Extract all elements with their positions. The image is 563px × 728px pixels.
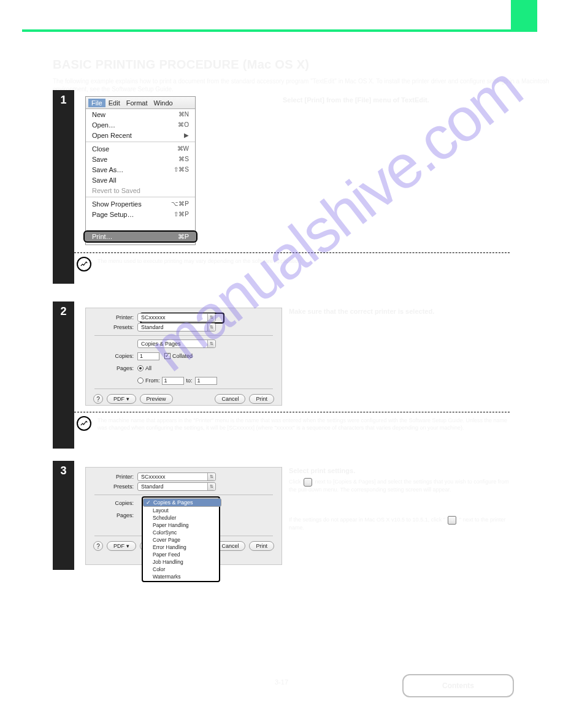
stepper-icon: ⇅ [304,478,312,487]
dropdown-item[interactable]: Color [143,566,219,573]
step-number-2: 2 [53,301,74,449]
presets-select[interactable]: Standard⇅ [137,482,216,491]
preview-button[interactable]: Preview [140,394,173,404]
dialog-separator [94,335,273,336]
printer-label: Printer: [86,474,137,480]
menubar-format[interactable]: Format [123,99,151,107]
section-select[interactable]: Copies & Pages⇅ [137,339,216,348]
file-menu-screenshot: File Edit Format Windo New⌘N Open…⌘O Ope… [85,96,196,245]
menu-save[interactable]: Save⌘S [86,154,195,164]
step2-title: Make sure that the correct printer is se… [289,308,510,315]
menubar-window[interactable]: Windo [151,99,176,107]
contents-label: Contents [442,681,474,690]
step3-desc: Click ⇅ next to [Copies & Pages] and sel… [289,478,510,494]
pages-from-input[interactable]: 1 [162,377,184,385]
dashed-separator [74,252,510,253]
collated-checkbox[interactable] [164,353,170,359]
contents-button[interactable]: Contents [402,674,514,697]
dialog-separator [94,389,273,389]
dropdown-item[interactable]: Layout [143,507,219,514]
stepper-icon: ⇅ [207,324,215,331]
presets-label: Presets: [86,324,137,330]
dashed-separator [74,412,510,412]
dropdown-item[interactable]: ColorSync [143,529,219,536]
menubar-edit[interactable]: Edit [105,99,123,107]
stepper-icon: ⇅ [207,314,215,321]
presets-select[interactable]: Standard⇅ [137,323,216,332]
header-bar: PRINTER [22,0,537,32]
pages-from-radio[interactable] [137,377,144,384]
dropdown-item[interactable]: Copies & Pages [143,498,221,507]
chevron-down-icon: ▾ [448,516,456,525]
help-button[interactable]: ? [93,394,103,404]
pages-to-input[interactable]: 1 [195,377,217,385]
menu-save-as[interactable]: Save As…⇧⌘S [86,164,195,175]
help-button[interactable]: ? [93,541,103,551]
header-underline [22,29,537,32]
printer-select[interactable]: SCxxxxxx⇅ [137,472,216,481]
menu-page-setup[interactable]: Page Setup…⇧⌘P [86,209,195,219]
print-dialog: Printer: SCxxxxxx⇅ Presets: Standard⇅ Co… [85,308,282,406]
pdf-button[interactable]: PDF ▾ [107,541,136,551]
step1-note: The menu used to execute printing may va… [98,258,510,265]
cancel-button[interactable]: Cancel [215,394,245,404]
step-number-1: 1 [53,90,74,284]
menubar-file[interactable]: File [88,99,105,107]
print-button[interactable]: Print [249,541,274,551]
pages-label: Pages: [86,365,137,371]
dropdown-item[interactable]: Scheduler [143,514,219,521]
menu-open[interactable]: Open…⌘O [86,119,195,130]
stepper-icon: ⇅ [207,483,215,490]
pdf-button[interactable]: PDF ▾ [107,394,136,404]
printer-label: Printer: [86,314,137,320]
dropdown-item[interactable]: Error Handling [143,544,219,551]
copies-label: Copies: [86,353,137,359]
pages-label: Pages: [86,512,137,518]
dropdown-item[interactable]: Watermarks [143,573,219,580]
note-icon [77,257,91,271]
section-dropdown[interactable]: Copies & Pages Layout Scheduler Paper Ha… [142,496,220,582]
menu-close[interactable]: Close⌘W [86,143,195,154]
pages-to-label: to: [186,377,193,384]
menu-show-properties[interactable]: Show Properties⌥⌘P [86,199,195,209]
pages-all-radio[interactable] [137,365,144,371]
copies-label: Copies: [86,500,137,506]
printer-select[interactable]: SCxxxxxx⇅ [137,313,216,322]
menu-print[interactable]: Print…⌘P [83,230,197,243]
note-icon [77,416,91,431]
dialog-separator [94,495,273,495]
pages-from-label: From: [145,377,160,384]
menu-new[interactable]: New⌘N [86,109,195,119]
step3-title: Select print settings. [289,467,510,474]
menu-revert: Revert to Saved [86,185,195,195]
dropdown-item[interactable]: Job Handling [143,558,219,566]
copies-input[interactable]: 1 [137,352,159,360]
presets-label: Presets: [86,483,137,490]
header-title: PRINTER [70,11,99,18]
page-heading: BASIC PRINTING PROCEDURE (Mac OS X) [53,58,309,72]
menu-separator [86,197,195,197]
step2-note: The machine name that appears in the "Pr… [98,417,510,431]
menubar: File Edit Format Windo [86,97,195,109]
dropdown-item[interactable]: Paper Handling [143,521,219,529]
stepper-icon: ⇅ [207,340,215,347]
header-accent [511,0,537,32]
step1-title: Select [Print] from the [File] menu of T… [283,96,510,104]
menu-separator [86,142,195,142]
pages-all-label: All [145,365,151,371]
menu-save-all[interactable]: Save All [86,175,195,185]
collated-label: Collated [172,353,193,359]
dropdown-item[interactable]: Cover Page [143,536,219,544]
stepper-icon: ⇅ [207,473,215,480]
step3-desc2: If the settings do not appear in Mac OS … [289,516,510,532]
step-number-3: 3 [53,461,74,570]
print-dialog-dropdown: Printer: SCxxxxxx⇅ Presets: Standard⇅ Co… [85,467,282,565]
dropdown-item[interactable]: Paper Feed [143,551,219,558]
print-button[interactable]: Print [249,394,274,404]
menu-open-recent[interactable]: Open Recent▶ [86,130,195,140]
